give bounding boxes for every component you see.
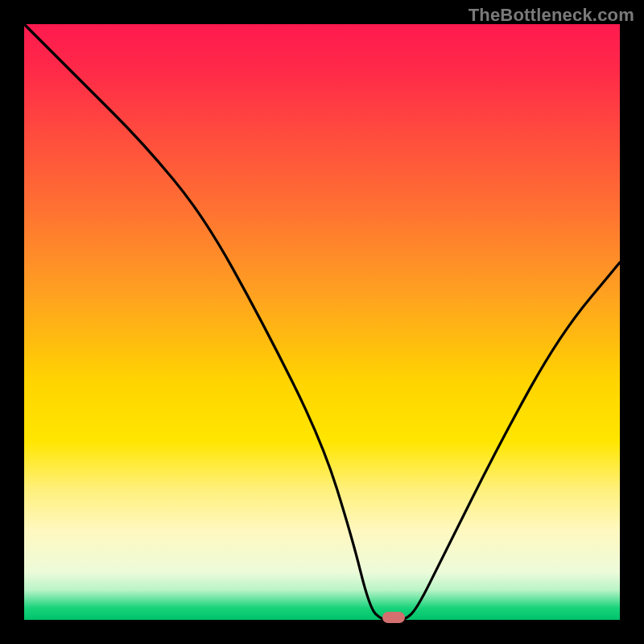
- optimum-marker: [382, 612, 405, 623]
- bottleneck-curve: [24, 24, 620, 620]
- plot-area: [24, 24, 620, 620]
- watermark-text: TheBottleneck.com: [469, 5, 634, 26]
- curve-path: [24, 24, 620, 620]
- chart-frame: TheBottleneck.com: [0, 0, 644, 644]
